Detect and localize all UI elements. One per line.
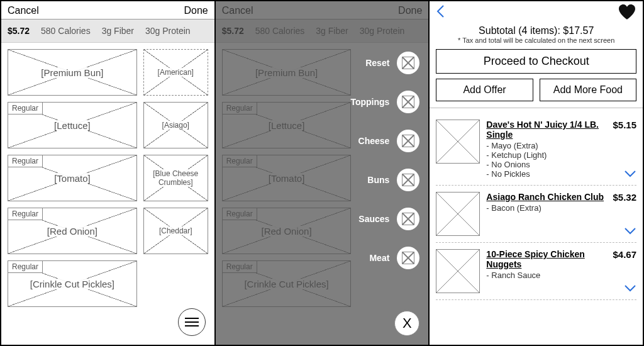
category-toppings[interactable]: Toppings — [350, 91, 419, 113]
chevron-down-icon[interactable] — [624, 283, 636, 294]
category-buns[interactable]: Buns — [350, 169, 419, 191]
calories-label: 580 Calories — [41, 26, 91, 36]
item-mod: - Mayo (Extra) — [486, 141, 606, 150]
customize-screen: Cancel Done $5.72 580 Calories 3g Fiber … — [1, 1, 214, 345]
topbar — [430, 1, 643, 24]
item-info: 10-Piece Spicy Chicken Nuggets- Ranch Sa… — [486, 249, 606, 293]
category-icon — [397, 247, 419, 269]
category-icon — [397, 52, 419, 74]
cart-item[interactable]: Dave's Hot N' Juicy 1/4 LB. Single- Mayo… — [436, 113, 636, 186]
ingredient-label: [Red Onion] — [46, 226, 99, 237]
ingredient-label: [Cheddar] — [158, 226, 194, 235]
item-info: Dave's Hot N' Juicy 1/4 LB. Single- Mayo… — [486, 120, 606, 179]
nutrition-bar: $5.72 580 Calories 3g Fiber 30g Protein — [1, 20, 214, 43]
category-icon — [397, 91, 419, 113]
category-reset[interactable]: Reset — [350, 52, 419, 74]
menu-fab[interactable] — [178, 308, 206, 336]
ingredient-label: [Asiago] — [161, 121, 191, 130]
item-mod: - Bacon (Extra) — [486, 203, 606, 213]
item-mod: - Ranch Sauce — [486, 271, 606, 280]
ingredient-tile[interactable]: Regular[Lettuce] — [8, 102, 137, 148]
add-offer-button[interactable]: Add Offer — [436, 79, 533, 101]
amount-tag: Regular — [8, 260, 43, 273]
subtotal-label: Subtotal (4 items): $17.57 — [436, 25, 636, 36]
ingredient-tile[interactable]: [Blue Cheese Crumbles] — [143, 155, 208, 201]
item-mod: - No Onions — [486, 160, 606, 169]
ingredient-label: [Lettuce] — [53, 120, 92, 131]
add-more-food-button[interactable]: Add More Food — [540, 79, 636, 101]
ingredient-label: [Blue Cheese Crumbles] — [144, 169, 208, 187]
item-name: Asiago Ranch Chicken Club — [486, 192, 606, 202]
protein-label: 30g Protein — [145, 26, 191, 36]
cancel-button[interactable]: Cancel — [8, 5, 39, 16]
ingredient-tile[interactable]: Regular[Red Onion] — [8, 208, 137, 254]
category-label: Sauces — [358, 214, 389, 224]
category-label: Buns — [367, 175, 389, 185]
cart-summary: Subtotal (4 items): $17.57 * Tax and tot… — [430, 24, 643, 49]
ingredient-tile[interactable]: [Premium Bun] — [8, 49, 137, 96]
favorite-icon[interactable] — [618, 4, 636, 23]
cart-screen: Subtotal (4 items): $17.57 * Tax and tot… — [430, 1, 643, 345]
item-mod: - No Pickles — [486, 169, 606, 179]
amount-tag: Regular — [8, 155, 43, 167]
customize-screen-overlay: Cancel Done $5.72 580 Calories 3g Fiber … — [216, 1, 429, 345]
chevron-down-icon[interactable] — [624, 226, 636, 237]
cart-item[interactable]: 10-Piece Spicy Chicken Nuggets- Ranch Sa… — [436, 243, 636, 300]
item-thumb — [436, 249, 480, 293]
category-label: Toppings — [350, 97, 389, 107]
item-mod: - Ketchup (Light) — [486, 150, 606, 160]
category-cheese[interactable]: Cheese — [350, 130, 419, 152]
category-icon — [397, 169, 419, 191]
category-label: Meat — [369, 253, 389, 263]
category-icon — [397, 130, 419, 152]
category-label: Cheese — [358, 136, 390, 146]
ingredient-tile[interactable]: [Cheddar] — [143, 208, 208, 254]
ingredient-tile[interactable]: [American] — [143, 49, 208, 96]
item-name: 10-Piece Spicy Chicken Nuggets — [486, 249, 606, 269]
done-button[interactable]: Done — [184, 5, 208, 16]
category-meat[interactable]: Meat — [350, 247, 419, 269]
category-icon — [397, 208, 419, 230]
tax-note: * Tax and total will be calculated on th… — [436, 36, 636, 44]
item-name: Dave's Hot N' Juicy 1/4 LB. Single — [486, 120, 606, 140]
ingredient-label: [Crinkle Cut Pickles] — [29, 279, 116, 289]
amount-tag: Regular — [8, 208, 43, 220]
fiber-label: 3g Fiber — [102, 26, 134, 36]
ingredient-label: [Premium Bun] — [40, 67, 104, 78]
topbar: Cancel Done — [1, 1, 214, 20]
ingredient-tile[interactable]: Regular[Crinkle Cut Pickles] — [8, 260, 137, 307]
ingredient-tile[interactable]: Regular[Tomato] — [8, 155, 137, 201]
category-sauces[interactable]: Sauces — [350, 208, 419, 230]
chevron-down-icon[interactable] — [624, 169, 636, 180]
amount-tag: Regular — [8, 102, 43, 114]
item-thumb — [436, 192, 480, 236]
item-info: Asiago Ranch Chicken Club- Bacon (Extra) — [486, 192, 606, 236]
item-thumb — [436, 120, 480, 164]
back-icon[interactable] — [436, 4, 445, 22]
ingredient-label: [Tomato] — [53, 173, 92, 184]
checkout-button[interactable]: Proceed to Checkout — [436, 49, 636, 74]
ingredient-tile[interactable]: [Asiago] — [143, 102, 208, 148]
category-label: Reset — [365, 58, 389, 68]
price-label: $5.72 — [8, 26, 30, 36]
cart-item[interactable]: Asiago Ranch Chicken Club- Bacon (Extra)… — [436, 186, 636, 243]
ingredient-label: [American] — [157, 68, 195, 77]
